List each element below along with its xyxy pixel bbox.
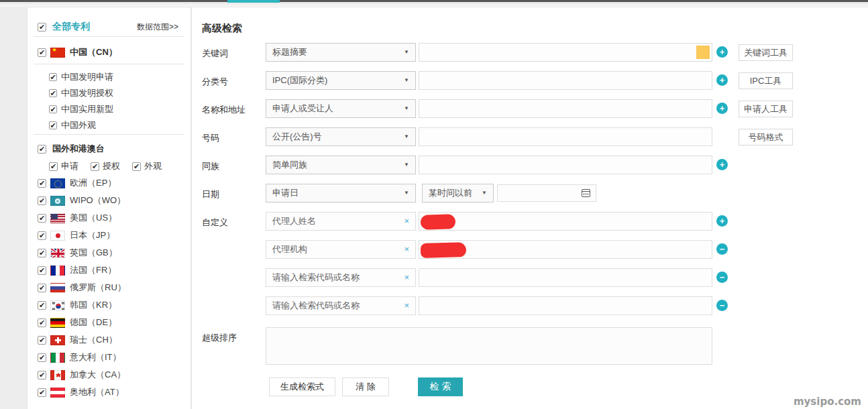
country-label[interactable]: 意大利（IT）: [70, 351, 121, 363]
checkbox[interactable]: ✔: [38, 231, 46, 240]
checkbox[interactable]: ✔: [38, 318, 46, 327]
calendar-icon[interactable]: [582, 189, 590, 197]
custom-input-1[interactable]: [419, 212, 712, 231]
country-label[interactable]: WIPO（WO）: [70, 194, 125, 207]
country-label[interactable]: 加拿大（CA）: [70, 369, 125, 381]
divider: [34, 64, 184, 64]
clear-icon[interactable]: ×: [404, 269, 409, 286]
country-label[interactable]: 法国（FR）: [70, 264, 116, 276]
checkbox[interactable]: ✔: [38, 284, 46, 292]
date-field-select[interactable]: 申请日 ▼: [266, 184, 416, 202]
custom-input-3[interactable]: [419, 268, 712, 287]
date-input[interactable]: [497, 184, 596, 202]
checkbox[interactable]: ✔: [38, 353, 46, 362]
classification-field-select[interactable]: IPC(国际分类) ▼: [266, 71, 416, 90]
keyword-tool-button[interactable]: 关键词工具: [739, 44, 793, 61]
checkbox[interactable]: ✔: [38, 249, 46, 257]
family-input[interactable]: [419, 156, 712, 174]
filter-label[interactable]: 授权: [103, 160, 120, 172]
number-input[interactable]: [419, 127, 712, 146]
clear-icon[interactable]: ×: [404, 213, 409, 230]
number-field-select[interactable]: 公开(公告)号 ▼: [266, 127, 416, 146]
china-label[interactable]: 中国（CN）: [70, 46, 117, 58]
keyword-field-select[interactable]: 标题摘要 ▼: [266, 43, 416, 62]
checkbox[interactable]: ✔: [49, 162, 58, 171]
item-label[interactable]: 中国外观: [61, 119, 96, 131]
country-label[interactable]: 俄罗斯（RU）: [70, 282, 126, 294]
data-range-link[interactable]: 数据范围>>: [137, 21, 178, 33]
filter-grant: ✔ 授权: [91, 161, 120, 172]
custom-field-select-1[interactable]: 代理人姓名 ×: [266, 212, 416, 231]
country-label[interactable]: 美国（US）: [70, 212, 117, 224]
remove-row-button[interactable]: −: [716, 300, 728, 311]
custom-field-select-2[interactable]: 代理机构 ×: [266, 240, 416, 259]
checkbox[interactable]: ✔: [91, 162, 99, 171]
checkbox[interactable]: ✔: [49, 121, 57, 129]
generate-query-button[interactable]: 生成检索式: [269, 377, 335, 396]
foreign-checkbox[interactable]: ✔: [38, 145, 46, 154]
add-row-button[interactable]: +: [716, 103, 728, 114]
remove-row-button[interactable]: −: [716, 243, 728, 255]
checkbox[interactable]: ✔: [49, 89, 57, 97]
super-sort-textarea[interactable]: [266, 327, 712, 365]
country-label[interactable]: 欧洲（EP）: [70, 177, 116, 189]
classification-input[interactable]: [419, 71, 712, 90]
checkbox[interactable]: ✔: [38, 179, 46, 188]
clear-icon[interactable]: ×: [404, 297, 409, 314]
item-label[interactable]: 中国实用新型: [61, 103, 113, 115]
sidebar-item-gb: ✔ 英国（GB）: [38, 244, 191, 261]
custom-field-select-3[interactable]: 请输入检索代码或名称 ×: [266, 268, 416, 287]
applicant-tool-button[interactable]: 申请人工具: [739, 101, 793, 117]
date-range-select[interactable]: 某时间以前 ▼: [422, 184, 494, 202]
plus-icon: +: [716, 215, 728, 227]
checkbox[interactable]: ✔: [132, 162, 141, 171]
checkbox[interactable]: ✔: [38, 388, 46, 397]
custom-field-select-4[interactable]: 请输入检索代码或名称 ×: [266, 296, 416, 315]
china-checkbox[interactable]: ✔: [38, 48, 46, 57]
ipc-tool-button[interactable]: IPC工具: [739, 72, 793, 89]
foreign-label[interactable]: 国外和港澳台: [52, 143, 105, 155]
top-border: [0, 0, 868, 2]
checkbox[interactable]: ✔: [49, 105, 57, 113]
checkbox[interactable]: ✔: [38, 371, 46, 379]
item-label[interactable]: 中国发明申请: [61, 71, 113, 83]
search-button[interactable]: 检 索: [418, 377, 463, 396]
remove-row-button[interactable]: −: [716, 272, 728, 283]
flag-gb-icon: [50, 248, 65, 258]
highlight-marker[interactable]: [696, 46, 710, 59]
flag-de-icon: [50, 318, 65, 328]
foreign-row: ✔ 国外和港澳台: [38, 143, 191, 154]
custom-input-4[interactable]: [419, 296, 712, 315]
checkbox[interactable]: ✔: [38, 336, 46, 345]
custom-input-2[interactable]: [419, 240, 712, 259]
item-label[interactable]: 中国发明授权: [61, 87, 113, 99]
name-address-input[interactable]: [419, 99, 712, 118]
country-label[interactable]: 英国（GB）: [70, 247, 117, 259]
add-row-button[interactable]: +: [716, 159, 728, 170]
keyword-input[interactable]: [419, 43, 712, 62]
add-row-button[interactable]: +: [716, 46, 728, 58]
country-label[interactable]: 韩国（KR）: [70, 299, 117, 311]
checkbox[interactable]: ✔: [49, 73, 57, 81]
family-field-select[interactable]: 简单同族 ▼: [266, 156, 416, 174]
country-label[interactable]: 德国（DE）: [70, 316, 117, 329]
name-address-field-select[interactable]: 申请人或受让人 ▼: [266, 99, 416, 118]
add-row-button[interactable]: +: [716, 74, 728, 86]
clear-button[interactable]: 清 除: [342, 377, 389, 396]
add-row-button[interactable]: +: [716, 215, 728, 227]
filter-label[interactable]: 申请: [61, 160, 78, 172]
checkbox[interactable]: ✔: [38, 266, 46, 275]
checkbox[interactable]: ✔: [38, 301, 46, 310]
all-patents-checkbox[interactable]: ✔: [38, 23, 46, 32]
selected-option: 公开(公告)号: [272, 131, 322, 141]
country-label[interactable]: 瑞士（CH）: [70, 334, 117, 346]
country-label[interactable]: 奥地利（AT）: [70, 386, 124, 398]
all-patents-label[interactable]: 全部专利: [52, 21, 90, 33]
plus-icon: +: [716, 74, 728, 86]
filter-label[interactable]: 外观: [144, 160, 162, 172]
number-format-button[interactable]: 号码格式: [739, 129, 793, 145]
checkbox[interactable]: ✔: [38, 214, 46, 223]
clear-icon[interactable]: ×: [404, 241, 409, 258]
country-label[interactable]: 日本（JP）: [70, 229, 115, 241]
checkbox[interactable]: ✔: [38, 196, 46, 205]
